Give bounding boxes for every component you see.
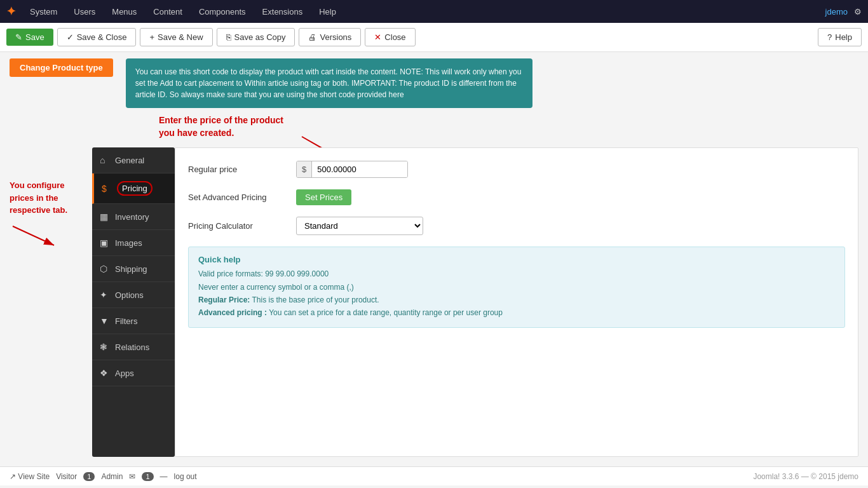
main-content: Change Product type You can use this sho…: [0, 52, 868, 466]
pricing-calc-label: Pricing Calculator: [188, 221, 290, 231]
content-area: Regular price $ Set Advanced Pricing Set…: [175, 147, 858, 457]
nav-users[interactable]: Users: [66, 3, 103, 20]
help-icon: ?: [827, 32, 832, 42]
annotation-top-area: Enter the price of the product you have …: [149, 114, 868, 144]
filters-icon: ▼: [100, 316, 110, 326]
sidebar: ⌂ General $ Pricing ▦ Inventory ▣ Images…: [92, 147, 175, 457]
sidebar-item-pricing[interactable]: $ Pricing: [92, 173, 175, 204]
shipping-icon: ⬡: [100, 264, 110, 274]
sidebar-item-apps[interactable]: ❖ Apps: [92, 360, 175, 386]
dollar-icon: $: [102, 184, 112, 194]
body-layout: You configure prices in the respective t…: [0, 147, 868, 466]
images-icon: ▣: [100, 238, 110, 248]
status-right: Joomla! 3.3.6 — © 2015 jdemo: [753, 472, 858, 481]
pricing-label: Pricing: [117, 181, 153, 196]
top-navigation: ✦ System Users Menus Content Components …: [0, 0, 868, 23]
status-left: ↗ View Site Visitor 1 Admin ✉ 1 — log ou…: [10, 472, 197, 481]
set-prices-button[interactable]: Set Prices: [296, 189, 351, 205]
quick-help-title: Quick help: [198, 255, 835, 264]
logout-link[interactable]: log out: [174, 472, 197, 481]
price-input-wrapper: $: [296, 161, 408, 178]
save-button[interactable]: ✎ Save: [6, 29, 53, 46]
advanced-pricing-row: Set Advanced Pricing Set Prices: [188, 189, 845, 205]
view-site-link[interactable]: ↗ View Site: [10, 472, 50, 481]
apps-icon: ❖: [100, 368, 110, 378]
admin-count-badge: 1: [142, 472, 153, 481]
inventory-icon: ▦: [100, 212, 110, 222]
quick-help-box: Quick help Valid price formats: 99 99.00…: [188, 247, 845, 328]
advanced-pricing-label: Set Advanced Pricing: [188, 193, 290, 202]
help-button[interactable]: ? Help: [818, 28, 862, 46]
top-section: Change Product type You can use this sho…: [0, 52, 868, 114]
sidebar-item-filters[interactable]: ▼ Filters: [92, 308, 175, 334]
pricing-calc-row: Pricing Calculator Standard Advanced Cus…: [188, 217, 845, 235]
regular-price-row: Regular price $: [188, 161, 845, 178]
save-icon: ✎: [15, 32, 22, 42]
sidebar-item-options[interactable]: ✦ Options: [92, 282, 175, 308]
nav-content[interactable]: Content: [146, 3, 190, 20]
nav-system[interactable]: System: [22, 3, 65, 20]
joomla-logo: ✦: [6, 4, 16, 18]
copy-icon: ⎘: [226, 32, 231, 42]
svg-line-3: [13, 226, 54, 245]
nav-help[interactable]: Help: [311, 3, 344, 20]
nav-left: ✦ System Users Menus Content Components …: [6, 3, 344, 20]
close-icon: ✕: [374, 32, 381, 42]
save-copy-button[interactable]: ⎘ Save as Copy: [217, 28, 295, 46]
status-bar: ↗ View Site Visitor 1 Admin ✉ 1 — log ou…: [0, 466, 868, 485]
change-product-button[interactable]: Change Product type: [10, 58, 113, 77]
versions-button[interactable]: 🖨 Versions: [299, 28, 361, 46]
visitor-badge-label: Visitor: [56, 472, 77, 481]
info-box: You can use this short code to display t…: [126, 58, 532, 108]
check-icon: ✓: [67, 32, 74, 42]
nav-menus[interactable]: Menus: [104, 3, 144, 20]
sidebar-item-inventory[interactable]: ▦ Inventory: [92, 204, 175, 230]
relations-icon: ❃: [100, 342, 110, 352]
sidebar-item-relations[interactable]: ❃ Relations: [92, 334, 175, 360]
visitor-count-badge: 1: [83, 472, 95, 481]
sidebar-item-images[interactable]: ▣ Images: [92, 230, 175, 256]
content-panel: Regular price $ Set Advanced Pricing Set…: [175, 147, 858, 457]
annotation-left: You configure prices in the respective t…: [10, 179, 86, 457]
sidebar-item-shipping[interactable]: ⬡ Shipping: [92, 256, 175, 282]
admin-badge-label: Admin: [101, 472, 123, 481]
nav-components[interactable]: Components: [191, 3, 254, 20]
options-icon: ✦: [100, 290, 110, 300]
regular-price-input[interactable]: [312, 161, 407, 177]
dash-separator: —: [160, 472, 168, 481]
save-close-button[interactable]: ✓ Save & Close: [57, 28, 137, 46]
home-icon: ⌂: [100, 155, 110, 165]
quick-help-line4: Advanced pricing : You can set a price f…: [198, 306, 835, 319]
save-new-button[interactable]: + Save & New: [140, 28, 212, 46]
nav-extensions[interactable]: Extensions: [255, 3, 311, 20]
admin-icon: ✉: [129, 472, 135, 481]
close-button[interactable]: ✕ Close: [365, 28, 415, 46]
price-prefix: $: [297, 161, 312, 177]
pricing-calc-select[interactable]: Standard Advanced Custom: [296, 217, 423, 235]
user-link[interactable]: jdemo: [825, 7, 848, 17]
annotation-top: Enter the price of the product you have …: [159, 114, 868, 139]
quick-help-line1: Valid price formats: 99 99.00 999.0000: [198, 268, 835, 280]
toolbar: ✎ Save ✓ Save & Close + Save & New ⎘ Sav…: [0, 23, 868, 52]
plus-icon: +: [149, 32, 154, 42]
regular-price-label: Regular price: [188, 165, 290, 174]
sidebar-item-general[interactable]: ⌂ General: [92, 147, 175, 173]
settings-icon[interactable]: ⚙: [854, 7, 862, 17]
quick-help-line2: Never enter a currency symbol or a comma…: [198, 281, 835, 294]
quick-help-line3: Regular Price: This is the base price of…: [198, 294, 835, 306]
versions-icon: 🖨: [308, 32, 316, 42]
nav-right: jdemo ⚙: [825, 7, 862, 17]
arrow-left-svg: [10, 220, 60, 252]
